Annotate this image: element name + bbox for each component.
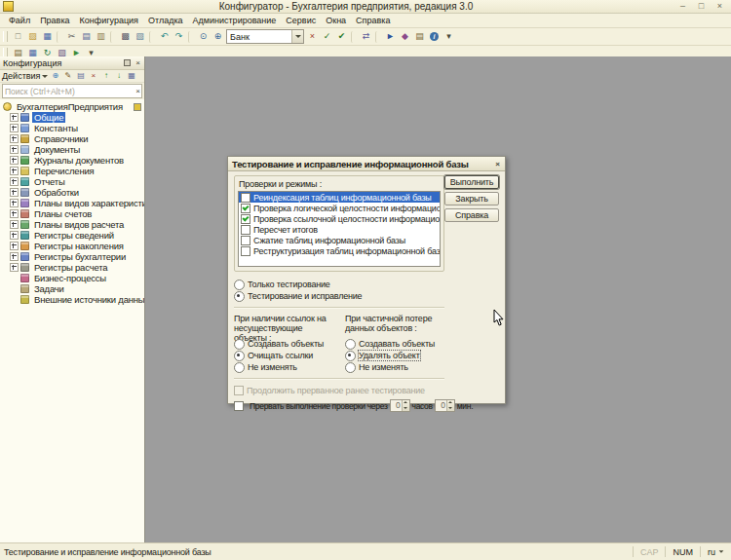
move-down-icon[interactable]: ↓	[112, 71, 125, 82]
copy-icon[interactable]: ▤	[79, 30, 94, 43]
menu-help[interactable]: Справка	[351, 15, 395, 26]
save-icon[interactable]: ▦	[40, 30, 55, 43]
minimize-button[interactable]: –	[674, 0, 691, 13]
expander-icon[interactable]	[10, 167, 19, 175]
tree-item[interactable]: Планы видов характеристик	[0, 198, 144, 208]
checkbox-icon[interactable]	[241, 236, 250, 245]
expander-icon[interactable]	[10, 199, 19, 207]
sort-icon[interactable]: ▦	[125, 71, 137, 82]
search-input[interactable]	[3, 87, 135, 96]
tree-item[interactable]: Задачи	[0, 283, 144, 294]
print-preview-icon[interactable]: ▧	[133, 30, 147, 43]
checkbox-icon[interactable]	[241, 225, 250, 235]
radio-icon[interactable]	[234, 291, 245, 302]
check-item[interactable]: Реиндексация таблиц информационной базы	[239, 192, 440, 203]
expander-icon[interactable]	[10, 145, 19, 154]
separator[interactable]	[188, 31, 194, 43]
debug-run-icon[interactable]: ►	[383, 30, 398, 43]
broken-refs-option[interactable]: Очищать ссылки	[234, 350, 333, 361]
panel-close-icon[interactable]: ×	[135, 58, 141, 67]
combo-dropdown-icon[interactable]	[291, 30, 303, 43]
restore-button[interactable]: □	[693, 0, 710, 13]
edit-icon[interactable]: ✎	[61, 71, 74, 82]
tree-item[interactable]: Планы видов расчета	[0, 219, 144, 230]
tree-item[interactable]: Внешние источники данных	[0, 294, 144, 305]
radio-icon[interactable]	[234, 351, 245, 361]
check-item[interactable]: Проверка ссылочной целостности информаци…	[239, 213, 440, 224]
checkbox-icon[interactable]	[241, 214, 250, 224]
check-item[interactable]: Проверка логической целостности информац…	[239, 203, 440, 213]
tree-root[interactable]: БухгалтерияПредприятия	[0, 101, 144, 112]
stepper-arrows-icon[interactable]	[402, 400, 409, 411]
radio-icon[interactable]	[234, 339, 245, 350]
tree-item[interactable]: Регистры расчета	[0, 262, 144, 273]
expander-icon[interactable]	[10, 134, 19, 143]
radio-icon[interactable]	[345, 362, 356, 373]
close-button[interactable]: ×	[712, 0, 728, 13]
copy-node-icon[interactable]: ▤	[74, 71, 87, 82]
tree-item[interactable]: Регистры сведений	[0, 230, 144, 241]
breakpoints-icon[interactable]: ◆	[398, 30, 412, 43]
pin-icon[interactable]	[124, 59, 131, 66]
expander-icon[interactable]	[10, 252, 19, 261]
separator[interactable]	[110, 31, 116, 43]
expander-icon[interactable]	[10, 124, 19, 132]
close-dialog-button[interactable]: Закрыть	[444, 192, 499, 205]
actions-dropdown-icon[interactable]	[42, 75, 48, 78]
tree-item[interactable]: Справочники	[0, 133, 144, 144]
search-clear-icon[interactable]: ×	[135, 87, 141, 95]
menu-administration[interactable]: Администрирование	[188, 15, 282, 26]
hours-stepper[interactable]: 0	[390, 399, 410, 412]
expander-icon[interactable]	[10, 188, 19, 197]
tree-item[interactable]: Константы	[0, 123, 144, 133]
open-icon[interactable]: ▨	[25, 30, 40, 43]
check-item[interactable]: Пересчет итогов	[239, 224, 440, 235]
paste-icon[interactable]: ▥	[94, 30, 108, 43]
checkbox-icon[interactable]	[241, 204, 250, 213]
menu-service[interactable]: Сервис	[281, 15, 321, 26]
expander-icon[interactable]	[10, 156, 19, 165]
radio-icon[interactable]	[234, 280, 245, 290]
menu-windows[interactable]: Окна	[321, 15, 351, 26]
compare-config-icon[interactable]: ⇄	[359, 30, 373, 43]
expander-icon[interactable]	[10, 177, 19, 186]
info-icon[interactable]: i	[427, 30, 442, 43]
actions-menu[interactable]: Действия	[2, 71, 40, 81]
tree-item[interactable]: Обработки	[0, 187, 144, 198]
tree-item[interactable]: Журналы документов	[0, 155, 144, 166]
check-modules-icon[interactable]: ✔	[334, 30, 349, 43]
dialog-close-icon[interactable]: ×	[494, 160, 501, 168]
radio-icon[interactable]	[345, 339, 356, 350]
menu-file[interactable]: Файл	[4, 15, 35, 26]
partial-loss-option[interactable]: Удалять объект	[345, 350, 444, 361]
add-icon[interactable]: ⊕	[49, 71, 61, 82]
toolbar-overflow-icon[interactable]: ▾	[442, 30, 456, 43]
partial-loss-option[interactable]: Создавать объекты	[345, 338, 444, 350]
find-settings-icon[interactable]: ⊕	[211, 30, 225, 43]
expander-icon[interactable]	[10, 209, 19, 218]
tree-item[interactable]: Регистры бухгалтерии	[0, 251, 144, 262]
menu-configuration[interactable]: Конфигурация	[75, 15, 143, 26]
cut-icon[interactable]: ✂	[64, 30, 79, 43]
checkbox-icon[interactable]	[241, 246, 250, 256]
expander-icon[interactable]	[10, 263, 19, 272]
radio-icon[interactable]	[345, 351, 356, 361]
tree-item[interactable]: Общие	[0, 112, 144, 123]
tree-item[interactable]: Отчеты	[0, 176, 144, 187]
menu-edit[interactable]: Правка	[35, 15, 74, 26]
expander-icon[interactable]	[10, 113, 19, 122]
expander-icon[interactable]	[10, 231, 19, 240]
tree-item[interactable]: Документы	[0, 144, 144, 155]
mode-option[interactable]: Только тестирование	[234, 279, 444, 290]
radio-icon[interactable]	[234, 362, 245, 373]
mode-option[interactable]: Тестирование и исправление	[234, 290, 444, 302]
stepper-arrows-icon[interactable]	[446, 400, 454, 411]
find-icon[interactable]: ⊙	[196, 30, 211, 43]
partial-loss-option[interactable]: Не изменять	[345, 361, 444, 373]
help-button[interactable]: Справка	[444, 208, 499, 222]
separator[interactable]	[149, 31, 155, 43]
broken-refs-option[interactable]: Создавать объекты	[234, 338, 333, 350]
tree-item[interactable]: Бизнес-процессы	[0, 273, 144, 283]
minutes-stepper[interactable]: 0	[435, 399, 455, 412]
move-up-icon[interactable]: ↑	[99, 71, 112, 82]
